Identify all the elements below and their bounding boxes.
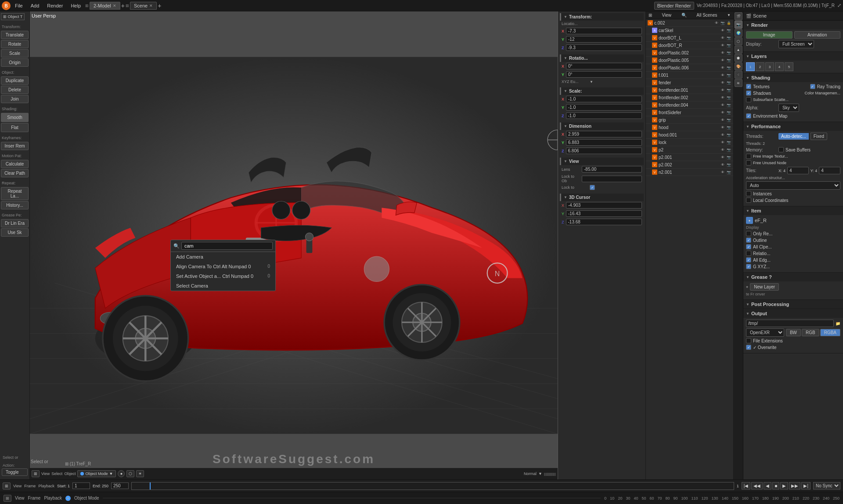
render-dp002[interactable]: 📷 xyxy=(726,50,731,55)
context-menu-search-input[interactable] xyxy=(181,242,273,250)
end-frame-input[interactable] xyxy=(111,482,129,489)
only-re-checkbox[interactable] xyxy=(746,231,751,236)
outliner-item-ff004[interactable]: V frontfender.004 👁 📷 xyxy=(646,101,733,109)
render-ff004[interactable]: 📷 xyxy=(726,102,731,108)
file-extensions-checkbox[interactable] xyxy=(746,338,751,343)
post-processing-header[interactable]: ▼ Post Processing xyxy=(743,300,843,309)
object-type-selector[interactable]: ⊞ Object T xyxy=(1,13,25,20)
render-p2001[interactable]: 📷 xyxy=(726,155,731,160)
origin-button[interactable]: Origin xyxy=(1,58,29,67)
select-menu-btn[interactable]: Select xyxy=(51,472,62,476)
outliner-item-hood[interactable]: V hood 👁 📷 xyxy=(646,124,733,131)
rgba-btn[interactable]: RGBA xyxy=(820,329,840,336)
prop-tab-world[interactable]: 🌍 xyxy=(735,29,742,37)
prop-tab-mesh[interactable]: ▲ xyxy=(735,46,742,54)
layer-btn-3[interactable]: 3 xyxy=(765,62,774,71)
join-button[interactable]: Join xyxy=(1,95,29,103)
viewport-shade-render[interactable]: ☀ xyxy=(136,470,144,477)
outliner-item-doorBOT-L[interactable]: V doorBOT_L 👁 📷 xyxy=(646,34,733,42)
timeline-mode-selector[interactable]: ⊞ xyxy=(3,482,11,490)
layers-section-header[interactable]: ▼ Layers xyxy=(743,52,843,61)
layer-btn-5[interactable]: 5 xyxy=(785,62,793,71)
rotation-panel-header[interactable]: ▼ Rotatio... xyxy=(560,54,644,62)
jump-end-btn[interactable]: ▶| xyxy=(801,482,811,490)
tiles-y-input[interactable] xyxy=(819,167,840,174)
outliner-item-doorBOT-R[interactable]: V doorBOT_R 👁 📷 xyxy=(646,42,733,49)
outliner-item-doorPlastic006[interactable]: V doorPlastic.006 👁 📷 xyxy=(646,64,733,72)
outliner-item-lock[interactable]: V lock 👁 📷 xyxy=(646,139,733,146)
outliner-item-doorPlastic002[interactable]: V doorPlastic.002 👁 📷 xyxy=(646,49,733,57)
env-map-checkbox[interactable] xyxy=(746,113,751,119)
object-menu-btn[interactable]: Object xyxy=(64,472,76,476)
menu-file[interactable]: File xyxy=(13,2,25,9)
dim-x-input[interactable] xyxy=(566,131,642,137)
transform-panel-header[interactable]: ▼ Transform: xyxy=(560,13,644,21)
ray-tracing-checkbox[interactable] xyxy=(810,84,815,89)
dimensions-panel-header[interactable]: ▼ Dimension xyxy=(560,122,644,130)
tab-scene[interactable]: Scene ✕ xyxy=(130,2,157,10)
visibility-p2001[interactable]: 👁 xyxy=(720,155,725,160)
outline-checkbox[interactable] xyxy=(746,238,751,243)
tiles-x-input[interactable] xyxy=(787,167,809,174)
visibility-grip[interactable]: 👁 xyxy=(720,117,725,122)
outliner-item-ff002[interactable]: V frontfender.002 👁 📷 xyxy=(646,94,733,101)
cursor-z-input[interactable] xyxy=(566,219,642,225)
prop-tab-render[interactable]: 📷 xyxy=(735,21,742,29)
render-p2[interactable]: 📷 xyxy=(726,147,731,152)
rotation-y-input[interactable] xyxy=(566,71,642,78)
visibility-frontSidefer[interactable]: 👁 xyxy=(720,110,725,115)
clear-path-button[interactable]: Clear Path xyxy=(1,169,29,177)
shading-section-header[interactable]: ▼ Shading xyxy=(743,73,843,82)
outliner-item-doorPlastic005[interactable]: V doorPlastic.005 👁 📷 xyxy=(646,57,733,64)
render-section-header[interactable]: ▼ Render xyxy=(743,21,843,29)
location-y-input[interactable] xyxy=(566,36,642,43)
menu-render[interactable]: Render xyxy=(45,2,65,9)
fullscreen-btn[interactable]: ⤢ xyxy=(837,3,841,8)
visibility-p2002[interactable]: 👁 xyxy=(720,162,725,167)
textures-checkbox[interactable] xyxy=(746,84,751,89)
visibility-ff001[interactable]: 👁 xyxy=(720,87,725,93)
outliner-item-n2001[interactable]: V n2.001 👁 📷 xyxy=(646,169,733,176)
render-engine-selector[interactable]: Blender Render xyxy=(654,2,694,10)
rgb-btn[interactable]: RGB xyxy=(802,329,819,336)
tab-close-scene[interactable]: ✕ xyxy=(149,4,153,8)
timeline-ruler[interactable] xyxy=(131,482,734,490)
instances-checkbox[interactable] xyxy=(746,191,751,196)
visibility-hood001[interactable]: 👁 xyxy=(720,132,725,137)
free-unused-checkbox[interactable] xyxy=(746,160,751,166)
prop-tab-material[interactable]: ⬟ xyxy=(735,54,742,62)
render-p2002[interactable]: 📷 xyxy=(726,162,731,167)
dr-lin-era-button[interactable]: Dr Lin Era xyxy=(1,219,29,227)
3d-cursor-header[interactable]: ▼ 3D Cursor xyxy=(560,194,644,201)
overwrite-checkbox[interactable] xyxy=(746,345,751,350)
xyz-euler-dropdown[interactable]: ▼ xyxy=(590,80,593,84)
free-image-checkbox[interactable] xyxy=(746,154,751,159)
bw-btn[interactable]: BW xyxy=(786,329,801,336)
view-menu-btn[interactable]: View xyxy=(41,472,50,476)
toggle-button[interactable]: Toggle xyxy=(2,468,28,476)
output-folder-icon[interactable]: 📁 xyxy=(836,321,840,326)
lock-icon-c002[interactable]: 🔒 xyxy=(726,20,731,25)
render-frontSidefer[interactable]: 📷 xyxy=(726,110,731,115)
outliner-item-p2001[interactable]: V p2.001 👁 📷 xyxy=(646,154,733,161)
scale-y-input[interactable] xyxy=(566,104,642,111)
flat-button[interactable]: Flat xyxy=(1,123,29,132)
scale-x-input[interactable] xyxy=(566,96,642,102)
history-button[interactable]: History... xyxy=(1,201,29,209)
alpha-selector[interactable]: Sky xyxy=(778,104,799,112)
render-dp005[interactable]: 📷 xyxy=(726,58,731,63)
context-menu-align-camera[interactable]: Align Camera To Ctrl Alt Numpad 0 0 xyxy=(171,262,275,271)
step-fwd-btn[interactable]: ▶▶ xyxy=(789,482,800,490)
outliner-scene-dropdown[interactable]: ▼ xyxy=(727,13,731,17)
render-doorBOT-L[interactable]: 📷 xyxy=(726,35,731,40)
item-section-header[interactable]: ▼ Item xyxy=(743,206,843,215)
dim-y-input[interactable] xyxy=(566,139,642,146)
location-z-input[interactable] xyxy=(566,44,642,51)
status-view-btn[interactable]: View xyxy=(15,496,25,500)
outliner-search-btn[interactable]: 🔍 xyxy=(681,13,687,18)
start-frame-input[interactable] xyxy=(72,482,90,489)
prop-tab-object[interactable]: ⬡ xyxy=(735,37,742,45)
output-section-header[interactable]: ▼ Output xyxy=(743,309,843,318)
scale-panel-header[interactable]: ▼ Scale: xyxy=(560,87,644,95)
visibility-n2001[interactable]: 👁 xyxy=(720,169,725,175)
